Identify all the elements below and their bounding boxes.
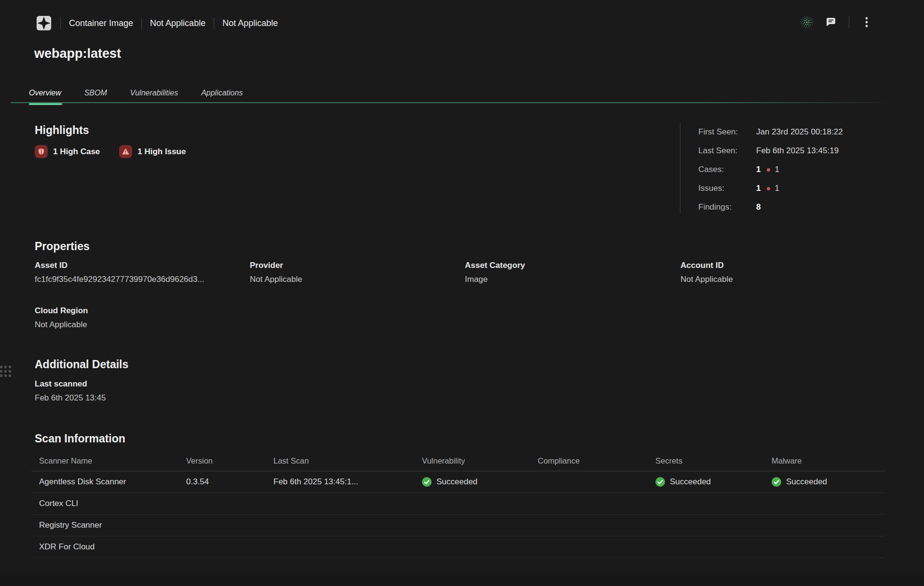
provider-value: Not Applicable bbox=[250, 275, 465, 284]
issue-warning-icon bbox=[119, 145, 132, 158]
highlights-badges: 1 High Case 1 High Issue bbox=[35, 145, 205, 158]
issues-label: Issues: bbox=[698, 184, 756, 193]
tab-applications[interactable]: Applications bbox=[201, 89, 243, 104]
asset-id-label: Asset ID bbox=[35, 261, 250, 270]
cases-label: Cases: bbox=[698, 165, 756, 174]
asset-category-label: Asset Category bbox=[465, 261, 680, 270]
col-scanner-name: Scanner Name bbox=[31, 456, 178, 466]
property-provider: Provider Not Applicable bbox=[250, 261, 465, 284]
asset-id-value: fc1fc9f35c4fe929234277739970e36d9626d3..… bbox=[35, 275, 250, 284]
summary-row-issues: Issues: 1 1 bbox=[698, 184, 887, 193]
col-compliance: Compliance bbox=[530, 456, 648, 466]
scanner-name: Cortex CLI bbox=[31, 499, 178, 508]
property-asset-id: Asset ID fc1fc9f35c4fe929234277739970e36… bbox=[35, 261, 250, 284]
additional-details-heading: Additional Details bbox=[35, 358, 128, 371]
properties-heading: Properties bbox=[35, 240, 90, 253]
header-actions-divider bbox=[849, 16, 849, 28]
breadcrumb-divider bbox=[60, 17, 61, 29]
container-image-icon bbox=[36, 15, 52, 31]
table-row-registry-scanner: Registry Scanner bbox=[31, 515, 885, 536]
account-id-value: Not Applicable bbox=[680, 275, 896, 284]
vulnerability-status-label: Succeeded bbox=[436, 477, 477, 487]
high-case-badge-label: 1 High Case bbox=[53, 147, 100, 157]
findings-total: 8 bbox=[756, 202, 761, 212]
malware-status: Succeeded bbox=[764, 477, 885, 487]
col-last-scan: Last Scan bbox=[266, 456, 414, 466]
col-malware: Malware bbox=[764, 456, 885, 466]
high-case-badge[interactable]: 1 High Case bbox=[35, 145, 100, 158]
properties-grid: Asset ID fc1fc9f35c4fe929234277739970e36… bbox=[35, 261, 896, 330]
col-vulnerability: Vulnerability bbox=[414, 456, 530, 466]
high-issue-badge[interactable]: 1 High Issue bbox=[119, 145, 186, 158]
page-title: webapp:latest bbox=[34, 46, 121, 61]
malware-status-label: Succeeded bbox=[786, 477, 827, 487]
kebab-menu-icon[interactable] bbox=[861, 16, 872, 28]
breadcrumb: Container Image Not Applicable Not Appli… bbox=[36, 13, 278, 34]
cloud-region-label: Cloud Region bbox=[35, 306, 250, 316]
high-issue-badge-label: 1 High Issue bbox=[137, 147, 186, 157]
scanner-name: Registry Scanner bbox=[31, 520, 178, 530]
success-check-icon bbox=[422, 477, 432, 487]
chat-icon[interactable] bbox=[825, 16, 837, 28]
breadcrumb-divider bbox=[141, 17, 142, 29]
scanner-name: Agentless Disk Scanner bbox=[31, 477, 178, 487]
high-severity-dot bbox=[767, 168, 770, 172]
tab-overview[interactable]: Overview bbox=[29, 89, 61, 104]
breadcrumb-item-2[interactable]: Not Applicable bbox=[222, 18, 278, 28]
highlights-heading: Highlights bbox=[35, 124, 89, 137]
first-seen-value: Jan 23rd 2025 00:18:22 bbox=[756, 127, 843, 137]
summary-row-findings: Findings: 8 bbox=[698, 202, 887, 212]
success-check-icon bbox=[772, 477, 781, 487]
bottom-bar bbox=[0, 574, 924, 586]
provider-label: Provider bbox=[250, 261, 465, 270]
scanner-name: XDR For Cloud bbox=[31, 542, 178, 552]
col-version: Version bbox=[178, 456, 266, 466]
cloud-region-value: Not Applicable bbox=[35, 320, 250, 330]
findings-label: Findings: bbox=[698, 202, 756, 212]
scanner-version: 0.3.54 bbox=[178, 477, 266, 487]
table-row-agentless-disk-scanner: Agentless Disk Scanner 0.3.54 Feb 6th 20… bbox=[31, 471, 885, 493]
tab-bar-underline bbox=[11, 102, 904, 103]
asset-summary-panel: First Seen: Jan 23rd 2025 00:18:22 Last … bbox=[680, 123, 887, 213]
property-cloud-region: Cloud Region Not Applicable bbox=[35, 306, 250, 330]
scan-table-header: Scanner Name Version Last Scan Vulnerabi… bbox=[31, 451, 885, 471]
scan-information-table: Scanner Name Version Last Scan Vulnerabi… bbox=[31, 451, 885, 558]
breadcrumb-item-1[interactable]: Not Applicable bbox=[150, 18, 205, 28]
account-id-label: Account ID bbox=[680, 261, 896, 270]
tab-bar: Overview SBOM Vulnerabilities Applicatio… bbox=[29, 89, 266, 104]
col-secrets: Secrets bbox=[648, 456, 764, 466]
first-seen-label: First Seen: bbox=[698, 127, 756, 137]
issues-high-count: 1 bbox=[775, 184, 779, 193]
property-account-id: Account ID Not Applicable bbox=[680, 261, 896, 284]
table-row-cortex-cli: Cortex CLI bbox=[31, 493, 885, 515]
copilot-sparkle-icon[interactable] bbox=[800, 15, 814, 29]
cases-total: 1 bbox=[756, 165, 761, 174]
header-actions bbox=[800, 13, 872, 31]
property-asset-category: Asset Category Image bbox=[465, 261, 680, 284]
last-scanned-value: Feb 6th 2025 13:45 bbox=[35, 393, 106, 403]
summary-row-first-seen: First Seen: Jan 23rd 2025 00:18:22 bbox=[698, 127, 887, 137]
tab-vulnerabilities[interactable]: Vulnerabilities bbox=[130, 89, 178, 104]
last-scanned-field: Last scanned Feb 6th 2025 13:45 bbox=[35, 379, 106, 403]
issues-total: 1 bbox=[756, 184, 761, 193]
secrets-status: Succeeded bbox=[648, 477, 764, 487]
summary-row-cases: Cases: 1 1 bbox=[698, 165, 887, 174]
vulnerability-status: Succeeded bbox=[414, 477, 530, 487]
last-scanned-label: Last scanned bbox=[35, 379, 106, 389]
case-shield-icon bbox=[35, 145, 48, 158]
scan-information-heading: Scan Information bbox=[35, 432, 125, 445]
secrets-status-label: Succeeded bbox=[670, 477, 711, 487]
last-seen-label: Last Seen: bbox=[698, 146, 756, 156]
success-check-icon bbox=[655, 477, 665, 487]
breadcrumb-divider bbox=[214, 17, 214, 29]
high-severity-dot bbox=[767, 187, 770, 190]
breadcrumb-item-asset-type[interactable]: Container Image bbox=[69, 18, 133, 28]
cases-high-count: 1 bbox=[775, 165, 779, 174]
last-seen-value: Feb 6th 2025 13:45:19 bbox=[756, 146, 839, 156]
asset-category-value: Image bbox=[465, 275, 680, 284]
asset-overview-page: Container Image Not Applicable Not Appli… bbox=[0, 0, 924, 586]
panel-drag-handle[interactable] bbox=[0, 366, 11, 377]
table-row-xdr-for-cloud: XDR For Cloud bbox=[31, 536, 885, 558]
tab-sbom[interactable]: SBOM bbox=[84, 89, 107, 104]
summary-row-last-seen: Last Seen: Feb 6th 2025 13:45:19 bbox=[698, 146, 887, 156]
